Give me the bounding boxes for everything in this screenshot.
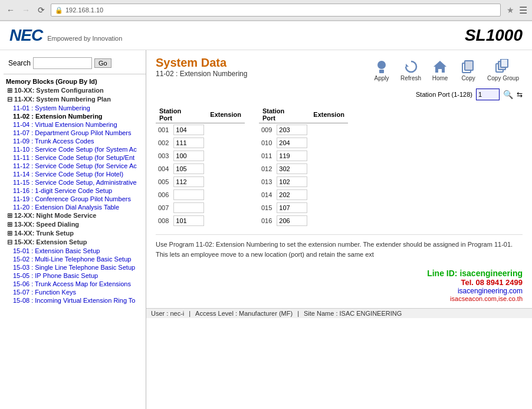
sidebar-group-13xx[interactable]: ⊞ 13-XX: Speed Dialing: [4, 220, 146, 229]
sidebar-item-11-01[interactable]: 11-01 : System Numbering: [4, 104, 146, 112]
inner-content: System Data 11-02 : Extension Numbering …: [146, 50, 532, 308]
port-right: 009: [259, 123, 274, 137]
ext-cell-left: [171, 162, 206, 175]
search-input[interactable]: [33, 57, 92, 69]
table-row: 014: [259, 188, 348, 201]
ext-input-left-3[interactable]: [173, 163, 204, 174]
system-data-subtitle: 11-02 : Extension Numbering: [156, 70, 247, 78]
forward-button[interactable]: →: [20, 4, 32, 16]
sidebar-item-11-20[interactable]: 11-20 : Extension Dial Analysis Table: [4, 203, 146, 211]
status-user: User : nec-i: [151, 310, 184, 317]
station-table: StationPort Extension 001 002 003 004 00…: [156, 106, 245, 227]
copy-button[interactable]: Copy: [455, 56, 481, 84]
tagline: Empowered by Innovation: [47, 35, 122, 42]
menu-icon[interactable]: ☰: [519, 5, 527, 16]
home-icon: [432, 58, 448, 75]
description: Use Program 11-02: Extension Numbering t…: [156, 234, 523, 259]
sidebar-group-15xx[interactable]: ⊟ 15-XX: Extension Setup: [4, 238, 146, 247]
col-station-port-1: StationPort: [156, 106, 206, 123]
ext-input-left-2[interactable]: [173, 150, 204, 161]
filter-input[interactable]: [476, 89, 500, 100]
browser-toolbar: ← → ⟳ 🔒 192.168.1.10 ★ ☰: [0, 0, 532, 21]
sidebar-group-10xx[interactable]: ⊞ 10-XX: System Configuration: [4, 86, 146, 95]
sidebar-item-15-05[interactable]: 15-05 : IP Phone Basic Setup: [4, 271, 146, 280]
ext-cell-right: [274, 136, 310, 149]
port-left: 007: [156, 201, 171, 214]
search-label: Search: [8, 59, 31, 67]
port-right: 014: [259, 188, 274, 201]
sidebar-item-15-01[interactable]: 15-01 : Extension Basic Setup: [4, 247, 146, 255]
sidebar-item-11-04[interactable]: 11-04 : Virtual Extension Numbering: [4, 120, 146, 129]
ext-input-right-1[interactable]: [277, 138, 307, 148]
home-button[interactable]: Home: [427, 56, 453, 84]
sidebar-group-11xx[interactable]: ⊟ 11-XX: System Numbering Plan: [4, 95, 146, 104]
ext-input-right-0[interactable]: [277, 125, 307, 135]
port-right: 016: [259, 214, 274, 227]
sidebar: Search Go Memory Blocks (Group By Id) ⊞ …: [0, 50, 146, 409]
apply-icon: [373, 58, 390, 75]
sidebar-group-14xx[interactable]: ⊞ 14-XX: Trunk Setup: [4, 229, 146, 238]
table-row: 015: [259, 201, 348, 214]
copy-group-button[interactable]: Copy Group: [484, 56, 523, 84]
ext-input-right-3[interactable]: [277, 163, 307, 174]
sidebar-item-11-10[interactable]: 11-10 : Service Code Setup (for System A…: [4, 145, 146, 153]
sidebar-item-11-09[interactable]: 11-09 : Trunk Access Codes: [4, 137, 146, 145]
sidebar-item-15-06[interactable]: 15-06 : Trunk Access Map for Extensions: [4, 280, 146, 288]
refresh-button[interactable]: Refresh: [397, 56, 425, 84]
ext-input-left-4[interactable]: [173, 176, 204, 187]
col-extension-1: Extension: [206, 106, 245, 123]
port-right: 011: [259, 149, 274, 162]
sidebar-item-15-08[interactable]: 15-08 : Incoming Virtual Extension Ring …: [4, 296, 146, 305]
ext-input-right-6[interactable]: [277, 202, 307, 213]
back-button[interactable]: ←: [5, 4, 17, 16]
ext-input-left-0[interactable]: [173, 125, 204, 135]
branding-block: Line ID: isacengineering Tel. 08 8941 24…: [156, 269, 523, 302]
reload-button[interactable]: ⟳: [35, 4, 47, 16]
table-row: 008: [156, 214, 245, 227]
table-row: 009: [259, 123, 348, 137]
sidebar-item-11-11[interactable]: 11-11 : Service Code Setup (for Setup/En…: [4, 153, 146, 162]
search-icon[interactable]: 🔍: [503, 90, 513, 99]
ext-input-right-5[interactable]: [277, 189, 307, 200]
sidebar-item-11-12[interactable]: 11-12 : Service Code Setup (for Service …: [4, 162, 146, 170]
address-bar[interactable]: 🔒 192.168.1.10: [51, 4, 501, 17]
ext-input-right-2[interactable]: [277, 150, 307, 161]
apply-button[interactable]: Apply: [369, 56, 395, 84]
sidebar-item-15-02[interactable]: 15-02 : Multi-Line Telephone Basic Setup: [4, 255, 146, 263]
sidebar-item-11-07[interactable]: 11-07 : Department Group Pilot Numbers: [4, 129, 146, 137]
sidebar-item-15-07[interactable]: 15-07 : Function Keys: [4, 288, 146, 296]
port-left: 001: [156, 123, 171, 137]
system-data-header: System Data 11-02 : Extension Numbering …: [156, 56, 523, 84]
ext-input-right-7[interactable]: [277, 215, 307, 226]
browser-chrome: ← → ⟳ 🔒 192.168.1.10 ★ ☰: [0, 0, 532, 21]
table-row: 001: [156, 123, 245, 137]
ext-input-right-4[interactable]: [277, 176, 307, 187]
ext-input-left-5[interactable]: [173, 189, 204, 200]
minus-icon-11xx: ⊟: [7, 96, 14, 103]
station-table-right: StationPort Extension 009 010 011 012 01…: [259, 106, 348, 227]
table-row: 007: [156, 201, 245, 214]
sidebar-group-12xx[interactable]: ⊞ 12-XX: Night Mode Service: [4, 211, 146, 220]
sidebar-item-11-16[interactable]: 11-16 : 1-digit Service Code Setup: [4, 186, 146, 195]
bookmark-icon[interactable]: ★: [507, 5, 514, 15]
svg-rect-5: [465, 61, 473, 70]
sidebar-item-11-15[interactable]: 11-15 : Service Code Setup, Administrati…: [4, 178, 146, 186]
sidebar-item-11-02[interactable]: 11-02 : Extension Numbering: [4, 112, 146, 120]
go-button[interactable]: Go: [94, 58, 111, 68]
copy-icon: [460, 58, 477, 75]
ext-input-left-1[interactable]: [173, 138, 204, 148]
sidebar-item-15-03[interactable]: 15-03 : Single Line Telephone Basic Setu…: [4, 263, 146, 271]
port-left: 006: [156, 188, 171, 201]
plus-icon-13xx: ⊞: [7, 221, 14, 228]
port-left: 002: [156, 136, 171, 149]
ext-cell-right: [274, 188, 310, 201]
col-station-port-2: StationPort: [259, 106, 310, 123]
sidebar-content: Search Go Memory Blocks (Group By Id) ⊞ …: [0, 50, 146, 409]
ext-input-left-6[interactable]: [173, 202, 204, 213]
svg-marker-2: [406, 64, 409, 67]
ext-input-left-7[interactable]: [173, 215, 204, 226]
port-left: 003: [156, 149, 171, 162]
sidebar-item-11-19[interactable]: 11-19 : Conference Group Pilot Numbers: [4, 195, 146, 203]
sidebar-item-11-14[interactable]: 11-14 : Service Code Setup (for Hotel): [4, 170, 146, 178]
swap-icon[interactable]: ⇆: [517, 90, 523, 99]
